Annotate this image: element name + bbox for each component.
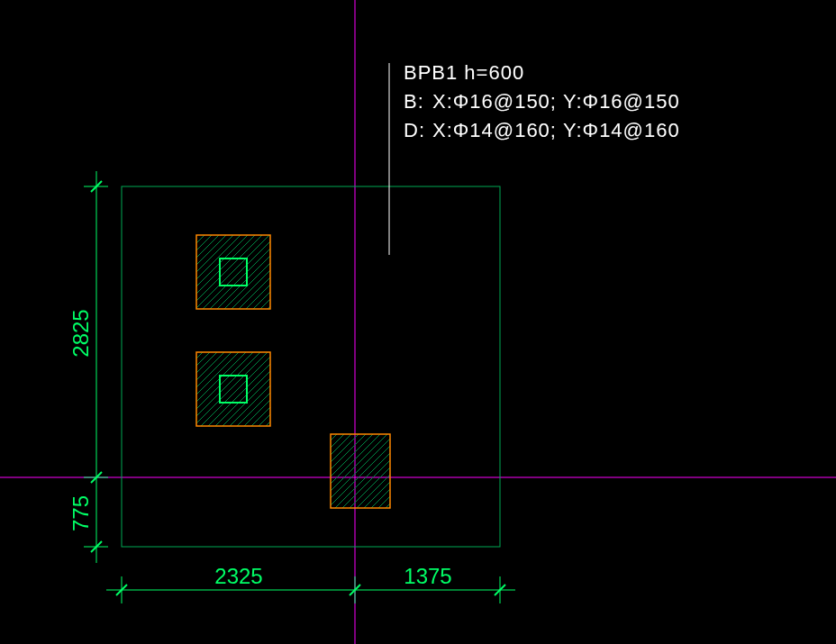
rebar-d-x: X:Φ14@160;	[432, 119, 557, 141]
svg-rect-4	[331, 434, 390, 508]
svg-rect-2	[196, 352, 270, 426]
title-label: BPB1 h=600	[404, 61, 524, 84]
rebar-d-y: Y:Φ14@160	[563, 119, 680, 141]
rebar-d-label: D:	[404, 119, 425, 141]
rebar-b-label: B:	[404, 90, 424, 113]
foundation-outline	[122, 186, 500, 547]
pile-top	[196, 235, 270, 309]
pile-middle	[196, 352, 270, 426]
dim-left-bottom: 775	[68, 495, 93, 531]
svg-rect-0	[196, 235, 270, 309]
pile-bottom	[331, 434, 390, 508]
rebar-b-y: Y:Φ16@150	[563, 90, 680, 113]
vertical-dimensions: 2825 775	[68, 171, 108, 563]
rebar-b-x: X:Φ16@150;	[432, 90, 557, 113]
dim-bottom-left: 2325	[214, 564, 262, 588]
dim-left-top: 2825	[68, 309, 93, 357]
dim-bottom-right: 1375	[404, 564, 451, 588]
horizontal-dimensions: 2325 1375	[106, 564, 515, 603]
